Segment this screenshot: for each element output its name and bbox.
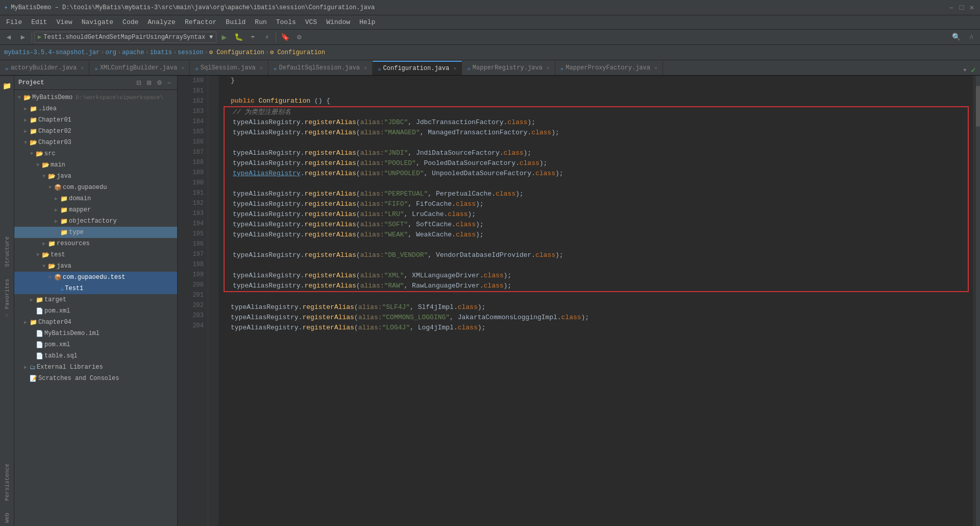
breadcrumb-org[interactable]: org [105,49,116,56]
tree-item-table-sql[interactable]: 📄 table.sql [14,350,177,362]
scrollbar-thumb[interactable] [976,86,980,127]
menu-vcs[interactable]: VCS [301,17,321,27]
toolbar-git-btn[interactable]: ⑃ [965,31,978,44]
scratch-icon: 📝 [30,375,37,382]
sidebar-settings-btn[interactable]: ⚙ [155,78,164,87]
tree-item-mapper[interactable]: ▶ 📁 mapper [14,204,177,216]
menu-build[interactable]: Build [222,17,250,27]
menu-code[interactable]: Code [118,17,142,27]
code-line-187: typeAliasRegistry.registerAlias( alias: … [225,148,968,158]
tree-item-resources[interactable]: ▶ 📁 resources [14,238,177,249]
tree-item-chapter02[interactable]: ▶ 📁 Chapter02 [14,126,177,137]
menu-run[interactable]: Run [251,17,271,27]
scrollbar-track[interactable] [976,76,980,526]
tab-close-btn[interactable]: ✕ [81,65,84,71]
tree-item-test1[interactable]: ☕ Test1 [14,283,177,294]
tab-actorybuilder[interactable]: ☕ actoryBuilder.java ✕ [0,61,89,75]
tab-mapperregistry[interactable]: ☕ MapperRegistry.java ✕ [462,61,555,75]
run-button[interactable]: ▶ [217,31,231,44]
tree-item-java-main[interactable]: ▼ 📂 java [14,171,177,182]
code-line-203: typeAliasRegistry.registerAlias( alias: … [223,313,969,323]
menu-file[interactable]: File [2,17,26,27]
tree-item-chapter04[interactable]: ▶ 📁 Chapter04 [14,317,177,328]
breadcrumb-configuration2[interactable]: ⚙ Configuration [270,49,325,56]
tree-item-pom-ch03[interactable]: 📄 pom.xml [14,305,177,317]
persistence-label[interactable]: Persistence [4,464,10,501]
code-line-192: typeAliasRegistry.registerAlias( alias: … [225,199,968,209]
tree-item-com-gupaoedu[interactable]: ▼ 📦 com.gupaoedu [14,182,177,193]
breadcrumb-apache[interactable]: apache [122,49,144,56]
menu-window[interactable]: Window [322,17,354,27]
close-button[interactable]: ✕ [968,4,976,12]
tab-more-btn[interactable]: ▾ [963,66,967,74]
profile-button[interactable]: ⚡ [260,31,274,44]
run-config-selector[interactable]: ▶ Test1.shouldGetAndSetMapPairUsingArray… [34,32,216,43]
menu-view[interactable]: View [52,17,76,27]
bookmark-button[interactable]: 🔖 [278,31,291,44]
editor-content[interactable]: 180 181 182 183 184 185 186 187 188 189 … [178,76,980,526]
sidebar-expand-btn[interactable]: ⊞ [144,78,154,87]
sidebar-close-btn[interactable]: – [165,78,173,87]
tab-defaultsqlsession[interactable]: ☕ DefaultSqlSession.java ✕ [268,61,373,75]
tree-item-java-test[interactable]: ▼ 📂 java [14,260,177,272]
breadcrumb-mybatis[interactable]: mybatis-3.5.4-snapshot.jar [4,49,100,56]
menu-bar: File Edit View Navigate Code Analyze Ref… [0,15,980,30]
toolbar-back-btn[interactable]: ◀ [2,31,15,44]
window-controls: – □ ✕ [947,4,976,12]
minimize-button[interactable]: – [947,4,955,12]
menu-edit[interactable]: Edit [27,17,51,27]
tab-close-btn[interactable]: ✕ [260,65,263,71]
tree-item-target[interactable]: ▶ 📁 target [14,294,177,305]
toolbar-search-btn[interactable]: 🔍 [949,31,963,44]
tab-xmlconfigbuilder[interactable]: ☕ XMLConfigBuilder.java ✕ [89,61,190,75]
breadcrumb-configuration1[interactable]: ⚙ Configuration [209,49,264,56]
tree-item-chapter03[interactable]: ▼ 📂 Chapter03 [14,137,177,148]
tab-close-btn[interactable]: ✕ [654,65,657,71]
menu-refactor[interactable]: Refactor [181,17,220,27]
structure-label[interactable]: Structure [4,236,10,267]
tree-item-pom-root[interactable]: 📄 pom.xml [14,339,177,350]
tree-item-mybatisdemo[interactable]: ▼ 📂 MyBatisDemo D:\workspace\vipworkspac… [14,92,177,103]
tree-item-objectfactory[interactable]: ▶ 📁 objectfactory [14,216,177,227]
menu-tools[interactable]: Tools [272,17,300,27]
menu-help[interactable]: Help [355,17,379,27]
tree-item-chapter01[interactable]: ▶ 📁 Chapter01 [14,114,177,126]
tab-sqlsession[interactable]: ☕ SqlSession.java ✕ [190,61,268,75]
tab-close-btn[interactable]: ✕ [181,65,184,71]
tree-item-com-gupaoedu-test[interactable]: ▼ 📦 com.gupaoedu.test [14,272,177,283]
tree-item-idea[interactable]: ▶ 📁 .idea [14,103,177,114]
breadcrumb-session[interactable]: session [178,49,203,56]
tree-item-src[interactable]: ▼ 📂 src [14,148,177,159]
file-tree: ▼ 📂 MyBatisDemo D:\workspace\vipworkspac… [14,90,177,526]
coverage-button[interactable]: ☂ [246,31,259,44]
debug-button[interactable]: 🐛 [232,31,245,44]
tab-configuration[interactable]: ☕ Configuration.java ✕ [373,61,462,75]
tab-close-active-btn[interactable]: ✕ [453,65,456,71]
menu-navigate[interactable]: Navigate [78,17,117,27]
lib-icon: 🗂 [30,364,36,371]
breadcrumb-ibatis[interactable]: ibatis [150,49,172,56]
project-panel-icon[interactable]: 📁 [1,80,13,92]
code-line-197: typeAliasRegistry.registerAlias( alias: … [225,250,968,260]
sidebar-collapse-btn[interactable]: ⊟ [134,78,143,87]
tree-item-scratches[interactable]: 📝 Scratches and Consoles [14,373,177,384]
tree-item-iml[interactable]: 📄 MyBatisDemo.iml [14,328,177,339]
toolbar-forward-btn[interactable]: ▶ [16,31,30,44]
tree-item-test[interactable]: ▼ 📂 test [14,249,177,260]
tree-item-domain[interactable]: ▶ 📁 domain [14,193,177,204]
menu-analyze[interactable]: Analyze [143,17,180,27]
breadcrumb-bar: mybatis-3.5.4-snapshot.jar › org › apach… [0,45,980,60]
tree-item-external-libs[interactable]: ▶ 🗂 External Libraries [14,362,177,373]
maximize-button[interactable]: □ [958,4,966,12]
web-label[interactable]: Web [4,513,10,523]
tab-close-btn[interactable]: ✕ [547,65,550,71]
settings-button[interactable]: ⚙ [292,31,306,44]
tree-item-main[interactable]: ▼ 📂 main [14,159,177,171]
tab-close-btn[interactable]: ✕ [364,65,367,71]
tab-mapperproxyfactory[interactable]: ☕ MapperProxyFactory.java ✕ [555,61,663,75]
checkmark-icon: ✓ [971,65,976,75]
code-area[interactable]: } public Configuration () { // [218,76,973,526]
favorites-label[interactable]: ☆ Favorites [4,279,10,319]
tree-item-type[interactable]: ▶ 📁 type [14,227,177,238]
expand-icon: ▶ [22,117,29,123]
